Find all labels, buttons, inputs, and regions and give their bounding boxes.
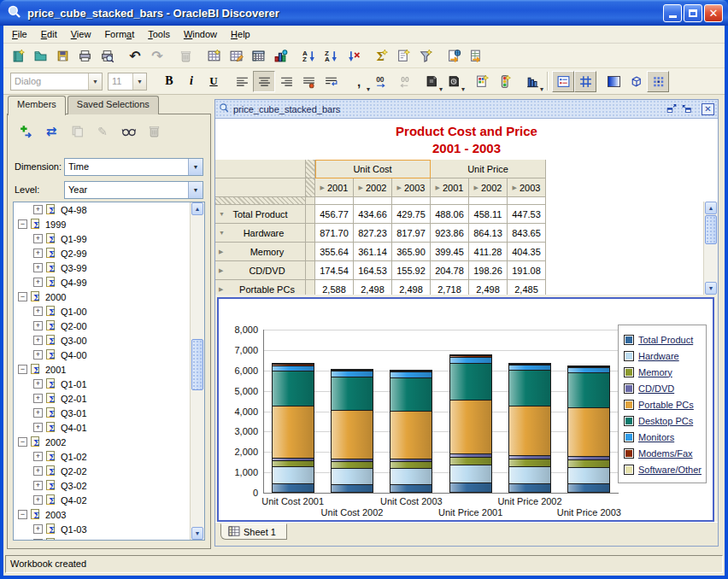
save-workbook-button[interactable] [51,45,73,67]
graph-gridlines-toggle[interactable] [574,71,596,92]
data-cell[interactable]: 871.70 [315,224,354,243]
segment-total-product[interactable] [331,484,373,493]
italic-button[interactable]: i [180,71,203,92]
data-cell[interactable]: 191.08 [508,261,546,280]
data-cell[interactable]: 864.13 [469,224,508,243]
new-sheet-button[interactable] [203,45,225,67]
tab-members[interactable]: Members [8,96,66,115]
row-header-hardware[interactable]: ▼Hardware [215,224,306,243]
tree-item-q1-03[interactable]: +ΣQ1-03 [14,522,204,536]
tree-item-q1-02[interactable]: +ΣQ1-02 [14,449,204,464]
tree-scrollbar[interactable]: ▲▼ [190,202,204,540]
align-center-button[interactable] [253,71,275,92]
drill-to-related-button[interactable]: ▾ [443,71,465,92]
expand-icon[interactable]: + [33,278,43,287]
data-cell[interactable]: 399.45 [431,243,469,261]
chart-pane[interactable]: 01,0002,0003,0004,0005,0006,0007,0008,00… [217,297,714,522]
data-cell[interactable]: 174.54 [315,261,354,280]
segment-total-product[interactable] [508,483,551,493]
tree-item-q2-99[interactable]: +ΣQ2-99 [14,246,204,260]
font-size-select[interactable]: 11 ▼ [108,73,147,91]
thousands-separator-button[interactable]: ,▾ [348,71,370,92]
scroll-up-icon[interactable]: ▲ [705,202,717,214]
expand-icon[interactable]: + [33,408,43,418]
legend-label[interactable]: Memory [638,367,672,377]
column-header-2001[interactable]: ▶2001 [431,178,469,197]
segment-total-product[interactable] [390,484,432,493]
tree-item-q4-01[interactable]: +ΣQ4-01 [14,420,204,435]
legend-item-software-other[interactable]: Software/Other [624,461,702,477]
bar-unit-price-2001[interactable] [449,355,492,493]
table-scrollbar[interactable]: ▲▼ [703,202,718,295]
bar-unit-cost-2002[interactable] [331,370,373,493]
legend-item-portable-pcs[interactable]: Portable PCs [624,396,702,412]
export-to-excel-button[interactable] [465,45,487,67]
column-header-2002[interactable]: ▶2002 [469,178,508,197]
legend-item-total-product[interactable]: Total Product [624,331,702,348]
show-table-button[interactable] [247,45,269,67]
sheet-tab[interactable]: Sheet 1 [220,523,287,540]
tree-item-q4-99[interactable]: +ΣQ4-99 [14,275,204,290]
segment-portable-pcs[interactable] [331,410,373,459]
stoplight-format-button[interactable] [493,71,515,92]
menu-window[interactable]: Window [177,27,224,41]
tree-item-q4-00[interactable]: +ΣQ4-00 [14,348,204,362]
font-name-select[interactable]: Dialog ▼ [10,73,103,91]
row-header-portable-pcs[interactable]: ▶Portable PCs [215,280,306,295]
tree-item-q4-98[interactable]: +ΣQ4-98 [14,202,204,217]
workbook-title-bar[interactable]: price_cube_stacked_bars ✕ [215,100,718,119]
expand-icon[interactable]: + [33,452,43,461]
font-size-dropdown-icon[interactable]: ▼ [132,73,146,90]
scroll-down-icon[interactable]: ▼ [191,527,203,540]
data-cell[interactable]: 923.86 [431,224,469,243]
level-dropdown-icon[interactable]: ▼ [188,182,203,198]
collapse-icon[interactable]: − [18,219,27,229]
legend-item-desktop-pcs[interactable]: Desktop PCs [624,412,702,429]
tree-item-2001[interactable]: −Σ2001 [14,362,204,377]
font-name-dropdown-icon[interactable]: ▼ [88,73,102,90]
tree-item-q2-01[interactable]: +ΣQ2-01 [14,391,204,406]
column-header-2001[interactable]: ▶2001 [315,178,354,197]
print-preview-button[interactable] [96,45,118,67]
new-filter-button[interactable] [414,45,437,67]
scroll-thumb[interactable] [191,339,203,390]
expand-icon[interactable]: + [33,394,43,403]
new-workbook-button[interactable] [7,45,29,67]
data-cell[interactable]: 204.78 [431,261,469,280]
workbook-restore-icon[interactable] [665,103,678,115]
dimension-select[interactable]: Time ▼ [64,158,203,176]
expand-icon[interactable]: + [33,423,43,432]
column-group-unit-price[interactable]: Unit Price [431,160,546,178]
data-cell[interactable]: 429.75 [392,205,431,224]
axis-handle[interactable] [306,160,315,178]
data-cell[interactable]: 411.28 [469,243,508,261]
legend-label[interactable]: CD/DVD [638,383,674,394]
gradient-fill-button[interactable] [602,71,625,92]
segment-desktop-pcs[interactable] [508,370,551,406]
data-cell[interactable]: 361.14 [354,243,392,261]
underline-button[interactable]: U [203,71,225,92]
new-total-button[interactable]: Σ [370,45,392,67]
segment-total-product[interactable] [567,483,610,493]
redo-button[interactable]: ↷ [146,45,168,67]
tree-item-q1-01[interactable]: +ΣQ1-01 [14,377,204,391]
menu-format[interactable]: Format [97,27,141,41]
bold-button[interactable]: B [158,71,180,92]
column-header-2003[interactable]: ▶2003 [508,178,546,197]
tree-item-q3-00[interactable]: +ΣQ3-00 [14,333,204,348]
expand-icon[interactable]: + [33,336,43,345]
data-cell[interactable]: 2,718 [431,280,469,295]
legend-item-cd-dvd[interactable]: CD/DVD [624,380,702,396]
undo-button[interactable]: ↶ [124,45,146,67]
legend-item-hardware[interactable]: Hardware [624,348,702,364]
segment-desktop-pcs[interactable] [390,377,432,412]
legend-item-memory[interactable]: Memory [624,364,702,380]
bar-unit-price-2002[interactable] [508,364,551,493]
segment-hardware[interactable] [272,466,314,484]
minimize-button[interactable] [663,4,682,22]
collapse-icon[interactable]: − [18,437,27,447]
data-cell[interactable]: 2,498 [354,280,392,295]
edit-sheet-button[interactable] [225,45,247,67]
workbook-detach-icon[interactable] [681,103,695,115]
sort-descending-button[interactable]: ZA [320,45,342,67]
